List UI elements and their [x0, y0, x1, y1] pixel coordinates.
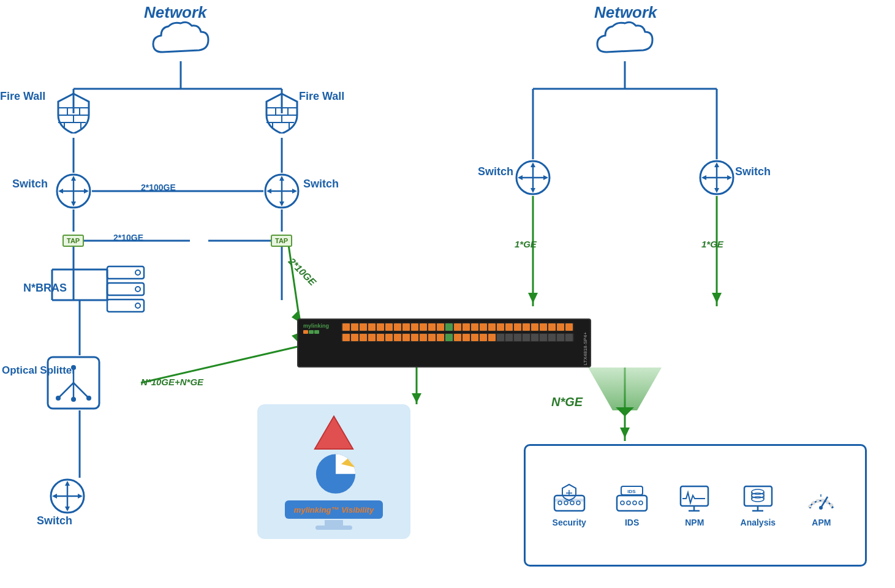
svg-marker-56 [71, 202, 76, 206]
svg-rect-142 [557, 334, 564, 341]
npm-item: NPM [678, 483, 711, 527]
link-10ge-label: 2*10GE [113, 233, 143, 243]
svg-rect-132 [471, 334, 478, 341]
svg-marker-65 [292, 189, 297, 194]
analysis-item: Analysis [741, 483, 776, 527]
link-100ge-label: 2*100GE [141, 183, 176, 192]
svg-marker-55 [71, 176, 76, 181]
link-1ge-right: 1*GE [701, 239, 723, 249]
svg-rect-141 [548, 334, 556, 341]
svg-text:IDS: IDS [627, 489, 636, 494]
link-nge-label: N*10GE+N*GE [141, 377, 203, 387]
svg-line-27 [288, 241, 300, 325]
switch-circle-3 [515, 159, 551, 198]
svg-rect-100 [428, 323, 436, 331]
svg-rect-112 [531, 323, 538, 331]
svg-rect-111 [523, 323, 530, 331]
svg-rect-66 [107, 266, 144, 279]
svg-marker-156 [701, 175, 706, 180]
svg-marker-35 [412, 393, 421, 403]
svg-rect-120 [368, 334, 376, 341]
svg-rect-109 [505, 323, 513, 331]
svg-marker-147 [531, 162, 535, 167]
svg-marker-31 [712, 293, 722, 303]
svg-point-77 [71, 365, 76, 370]
bras-icon [104, 263, 147, 327]
svg-rect-130 [454, 334, 461, 341]
svg-rect-176 [681, 486, 708, 506]
svg-rect-117 [342, 334, 350, 341]
svg-line-76 [74, 383, 89, 398]
switch-circle-2 [263, 173, 300, 212]
svg-marker-192 [616, 407, 634, 417]
security-item: Security [553, 483, 586, 527]
svg-rect-102 [445, 323, 453, 331]
cloud-2 [594, 18, 655, 64]
apm-item: APM [804, 483, 838, 527]
visibility-label: mylinking™ Visibility [294, 505, 374, 514]
nbras-label: N*BRAS [23, 282, 67, 295]
svg-point-69 [135, 270, 140, 275]
svg-line-74 [58, 383, 74, 398]
svg-marker-87 [78, 494, 83, 499]
svg-marker-85 [65, 507, 70, 511]
svg-rect-95 [385, 323, 393, 331]
svg-rect-92 [360, 323, 367, 331]
svg-rect-134 [488, 334, 496, 341]
svg-marker-155 [714, 188, 719, 193]
svg-rect-138 [523, 334, 530, 341]
svg-rect-124 [402, 334, 410, 341]
svg-point-188 [819, 506, 823, 510]
switch-circle-4 [698, 159, 735, 198]
svg-rect-113 [540, 323, 547, 331]
svg-rect-98 [411, 323, 418, 331]
svg-marker-158 [315, 416, 353, 449]
firewall-1-label: Fire Wall [0, 90, 45, 103]
switch-1-label: Switch [12, 178, 48, 190]
svg-rect-105 [471, 323, 478, 331]
optical-splitter-icon [46, 355, 101, 413]
svg-point-171 [627, 501, 630, 505]
svg-marker-57 [58, 189, 63, 194]
svg-point-79 [71, 397, 76, 402]
svg-rect-108 [497, 323, 504, 331]
svg-rect-125 [411, 334, 418, 341]
svg-marker-84 [65, 481, 70, 486]
svg-rect-90 [342, 323, 350, 331]
svg-rect-133 [480, 334, 487, 341]
npm-label: NPM [685, 518, 704, 527]
svg-rect-143 [565, 334, 573, 341]
svg-marker-30 [528, 293, 538, 303]
svg-rect-94 [377, 323, 384, 331]
svg-rect-140 [540, 334, 547, 341]
link-1ge-left: 1*GE [515, 239, 537, 249]
svg-rect-115 [557, 323, 564, 331]
svg-rect-107 [488, 323, 496, 331]
svg-rect-139 [531, 334, 538, 341]
svg-rect-67 [107, 283, 144, 295]
apm-label: APM [812, 518, 831, 527]
tap-2: TAP [271, 235, 292, 247]
network-device: mylinking [297, 318, 591, 368]
security-panel: Security IDS IDS [524, 444, 867, 567]
svg-marker-58 [84, 189, 89, 194]
svg-rect-135 [497, 334, 504, 341]
svg-rect-101 [437, 323, 444, 331]
svg-rect-103 [454, 323, 461, 331]
svg-marker-148 [531, 188, 535, 193]
svg-rect-122 [385, 334, 393, 341]
firewall-icon-1 [55, 91, 92, 136]
svg-rect-93 [368, 323, 376, 331]
svg-rect-121 [377, 334, 384, 341]
analysis-label: Analysis [741, 518, 776, 527]
svg-rect-104 [463, 323, 470, 331]
svg-point-78 [56, 396, 61, 401]
svg-point-71 [135, 303, 140, 308]
svg-rect-118 [351, 334, 358, 341]
funnel-arrow [582, 368, 668, 447]
svg-rect-99 [420, 323, 427, 331]
switch-4-label: Switch [735, 165, 771, 178]
svg-marker-154 [714, 162, 719, 167]
cloud-1 [150, 18, 211, 64]
firewall-2-label: Fire Wall [299, 90, 344, 103]
